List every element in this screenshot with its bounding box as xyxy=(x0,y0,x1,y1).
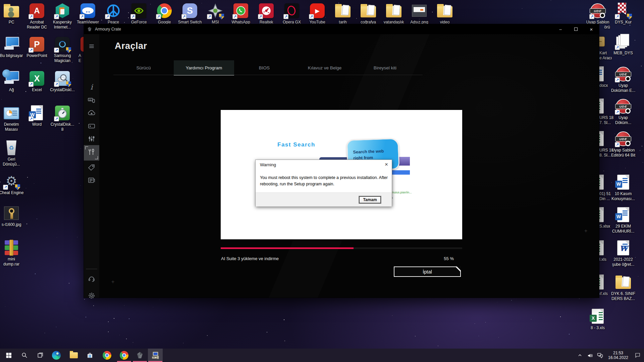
desktop-icon-uyap-dokum[interactable]: UDE↗ UyapDöküm... xyxy=(610,98,636,125)
taskbar-store-icon[interactable] xyxy=(83,349,97,362)
desktop-icon-tarih[interactable]: tarih xyxy=(330,3,356,25)
desktop-icon-label: CrystalDiskI... xyxy=(50,87,75,93)
desktop-icon-cografya[interactable]: coğrafya xyxy=(356,3,381,25)
sidebar-item-library[interactable] xyxy=(84,120,99,133)
desktop-icon-geri-donusum[interactable]: ♻ GeriDönüşü... xyxy=(0,140,24,167)
taskbar-clock[interactable]: 21:53 16.04.2022 xyxy=(605,351,631,360)
desktop-icon-pc[interactable]: PC xyxy=(0,3,24,25)
kaspersky-icon: ↗ xyxy=(50,3,75,19)
desktop-icon-teamviewer[interactable]: ↔↗ TeamViewer xyxy=(75,3,101,25)
desktop-icon-label: SamsungMagician xyxy=(50,53,75,63)
maximize-button[interactable] xyxy=(568,24,584,34)
network-icon[interactable] xyxy=(595,349,605,362)
download-status-label: AI Suite 3 yükleme ve indirme xyxy=(221,256,279,261)
desktop-icon-acrobat-reader[interactable]: A↗ AcrobatReader DC xyxy=(24,3,50,30)
minimize-button[interactable]: – xyxy=(553,24,568,34)
desktop-icon-bu-bilgisayar[interactable]: Bu bilgisayar xyxy=(0,36,24,58)
sidebar-item-devices[interactable] xyxy=(84,94,99,107)
tab-k-lavuz-ve-belge[interactable]: Kılavuz ve Belge xyxy=(294,60,355,75)
desktop-icon-peace[interactable]: ↗ Peace xyxy=(101,3,126,25)
dialog-close-icon[interactable]: × xyxy=(385,161,388,168)
desktop-icon-geforce[interactable]: ↗ GeForce xyxy=(126,3,152,25)
sidebar-item-menu[interactable] xyxy=(84,40,99,54)
desktop-icon-video[interactable]: video xyxy=(432,3,458,25)
denetim-masasi-icon xyxy=(0,105,24,121)
taskbar-chrome-2-icon[interactable] xyxy=(117,349,131,362)
dys-kur-icon: ↗ xyxy=(610,3,636,19)
cheat-engine-icon: ⚙↗ xyxy=(0,173,24,189)
uyap-sablon-64bit-icon: UDE↗ xyxy=(610,131,636,147)
desktop-icon-label: minidump.rar xyxy=(0,257,24,267)
desktop-icon-opera-gx[interactable]: ↗ Opera GX xyxy=(279,3,305,25)
desktop-icon-vatandaslik[interactable]: vatandaşlık xyxy=(381,3,407,25)
desktop-icon-crystaldiskinfo[interactable]: ↗ CrystalDiskI... xyxy=(50,70,75,93)
desktop-icon-label: CrystalDisk...8 xyxy=(50,122,75,132)
8-3-xls-icon: X xyxy=(585,308,610,324)
sidebar-item-offers[interactable] xyxy=(84,162,99,175)
sidebar-item-news[interactable] xyxy=(84,174,99,188)
desktop-icon-youtube[interactable]: ▶↗ YouTube xyxy=(305,3,330,25)
desktop-icon-sube-ogret[interactable]: W 2021-2022şube öğret... xyxy=(610,240,636,267)
sidebar-item-settings[interactable] xyxy=(84,290,99,303)
cancel-button[interactable]: İptal xyxy=(394,266,461,277)
desktop-icon-kaspersky[interactable]: ↗ KasperskyInternet... xyxy=(50,3,75,30)
desktop-icon-smart-switch[interactable]: S↗ Smart Switch xyxy=(177,3,203,25)
desktop-icon-29-ekim[interactable]: W 29 EKİMCUMHURİ... xyxy=(610,207,636,234)
taskbar-armoury-crate-icon[interactable] xyxy=(132,349,147,362)
tab-yard-mc-program[interactable]: Yardımcı Program xyxy=(174,60,234,75)
desktop-icon-adsiz-png[interactable]: Adsız.png xyxy=(407,3,432,25)
tab-s-r-c-[interactable]: Sürücü xyxy=(113,60,174,75)
taskbar-setup-icon[interactable] xyxy=(148,349,163,362)
desktop-icon-msi[interactable]: ↗ MSI xyxy=(203,3,228,25)
tab-bireysel-kiti[interactable]: Bireysel kiti xyxy=(355,60,415,75)
desktop-icon-samsung-magician[interactable]: ↗ SamsungMagician xyxy=(50,36,75,63)
taskbar-search-icon[interactable] xyxy=(17,349,32,362)
desktop-icon-label: Cheat Engine xyxy=(0,190,24,195)
whatsapp-icon: ↗ xyxy=(228,3,254,19)
desktop-icon-uyap-sablon-64bit[interactable]: UDE↗ Uyap SablonEditörü 64 Bit xyxy=(610,131,636,158)
hidden-icons-chevron-icon[interactable] xyxy=(575,349,585,362)
desktop-icon-denetim-masasi[interactable]: DenetimMasası xyxy=(0,105,24,132)
taskbar-taskview-icon[interactable] xyxy=(33,349,48,362)
fast-search-title: Fast Search xyxy=(277,141,315,148)
desktop-icon-whatsapp[interactable]: ↗ WhatsApp xyxy=(228,3,254,25)
download-progress-fill xyxy=(221,247,354,249)
desktop-icon-meb-dys[interactable]: ↗ MEB_DYS xyxy=(610,34,636,56)
desktop-icon-powerpoint[interactable]: P↗ PowerPoint xyxy=(24,36,50,58)
desktop-icon-10-kasim[interactable]: W 10 KasımKonuşması... xyxy=(610,174,636,201)
opera-gx-icon: ↗ xyxy=(279,3,305,19)
shortcut-arrow-icon: ↗ xyxy=(79,14,85,19)
window-titlebar[interactable]: Armoury Crate – × xyxy=(84,24,599,34)
desktop-icon-dys-kur[interactable]: ↗ DYS_Kur xyxy=(610,3,636,25)
sidebar-item-tools[interactable] xyxy=(84,145,99,161)
desktop-icon-cheat-engine[interactable]: ⚙↗ Cheat Engine xyxy=(0,173,24,195)
desktop-icon-8-3-xls[interactable]: X 8 - 3.xls xyxy=(585,308,610,330)
dialog-message: You must reboot this system to complete … xyxy=(260,175,388,187)
desktop-icon-dyk-6-sinif[interactable]: DYK 6. SINIFDERS BAZ... xyxy=(610,274,636,301)
sidebar-item-profiles[interactable] xyxy=(84,133,99,146)
taskbar-start-icon[interactable] xyxy=(1,349,16,362)
sidebar-item-support[interactable] xyxy=(84,273,99,286)
desktop-icon-ag[interactable]: Ağ xyxy=(0,70,24,93)
tab-bios[interactable]: BIOS xyxy=(234,60,294,75)
desktop-icon-s-l1600-jpg[interactable]: s-l1600.jpg xyxy=(0,205,24,227)
desktop-icon-uyap-dokuman-e[interactable]: UDE↗ UyapDoküman E... xyxy=(610,66,636,93)
desktop-icon-excel[interactable]: X↗ Excel xyxy=(24,70,50,93)
action-center-icon[interactable] xyxy=(631,349,644,362)
desktop-icon-mini-dump-rar[interactable]: minidump.rar xyxy=(0,240,24,267)
sidebar-item-aura[interactable] xyxy=(84,107,99,121)
video-icon xyxy=(432,3,458,19)
volume-icon[interactable] xyxy=(585,349,595,362)
sidebar-item-info[interactable]: i xyxy=(84,80,99,94)
excel-icon: X↗ xyxy=(24,70,50,86)
close-button[interactable]: × xyxy=(584,24,599,34)
taskbar-chrome-icon[interactable] xyxy=(100,349,114,362)
taskbar-explorer-icon[interactable] xyxy=(66,349,81,362)
desktop-icon-crystaldiskmark-8[interactable]: ↗ CrystalDisk...8 xyxy=(50,105,75,132)
desktop-icon-google[interactable]: ↗ Google xyxy=(152,3,177,25)
desktop-icon-realtek[interactable]: ↗ Realtek xyxy=(254,3,279,25)
ok-button[interactable]: Tamam xyxy=(359,196,381,203)
dialog-title: Warning xyxy=(260,162,276,167)
taskbar-edge-icon[interactable] xyxy=(49,349,64,362)
desktop-icon-word[interactable]: W↗ Word xyxy=(24,105,50,127)
